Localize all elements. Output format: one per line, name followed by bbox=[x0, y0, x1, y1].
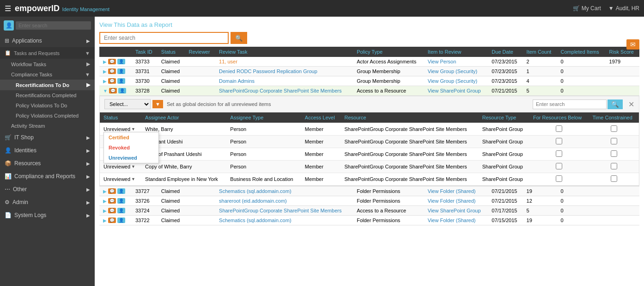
sidebar-item-workflow-tasks[interactable]: Workflow Tasks ▶ bbox=[0, 59, 95, 69]
person-icon[interactable]: 👤 bbox=[117, 198, 125, 204]
for-below-checkbox[interactable] bbox=[556, 163, 562, 169]
message-icon[interactable]: 💬 bbox=[108, 188, 116, 194]
item-review-link[interactable]: View Group (Security) bbox=[428, 78, 477, 84]
report-link[interactable]: View This Data as a Report bbox=[99, 21, 639, 28]
person-icon[interactable]: 👤 bbox=[118, 88, 126, 93]
person-icon[interactable]: 👤 bbox=[117, 218, 125, 223]
expand-icon[interactable]: ▶ bbox=[103, 208, 107, 213]
sidebar-item-compliance-reports[interactable]: 📊 Compliance and Reports ▶ bbox=[0, 170, 95, 183]
message-icon[interactable]: 💬 bbox=[108, 78, 116, 84]
message-icon[interactable]: 💬 bbox=[108, 218, 116, 223]
status-dropdown[interactable]: Unreviewed ▼ bbox=[103, 176, 138, 182]
sidebar-item-compliance-tasks[interactable]: Compliance Tasks ▼ bbox=[0, 69, 95, 80]
expand-icon[interactable]: ▶ bbox=[103, 69, 107, 74]
time-constrained-checkbox[interactable] bbox=[611, 175, 617, 182]
message-icon[interactable]: 💬 bbox=[108, 208, 116, 213]
user-menu-button[interactable]: ▼ Audit, HR bbox=[608, 5, 639, 12]
sidebar-tasks-requests[interactable]: 📋 Tasks and Requests ▼ bbox=[0, 47, 95, 59]
sidebar-item-recertifications-completed[interactable]: Recertifications Completed bbox=[0, 90, 95, 100]
option-revoked[interactable]: Revoked bbox=[104, 143, 158, 153]
sub-search-input[interactable] bbox=[533, 99, 607, 109]
sub-resource: SharePointGroup Corporate SharePoint Sit… bbox=[340, 136, 478, 148]
expand-icon[interactable]: ▶ bbox=[103, 218, 107, 223]
person-icon[interactable]: 👤 bbox=[117, 68, 125, 74]
item-review-link[interactable]: View Person bbox=[428, 59, 456, 64]
sidebar-item-system-logs[interactable]: 📄 System Logs ▶ bbox=[0, 209, 95, 222]
sidebar-item-other[interactable]: ⋯ Other ▶ bbox=[0, 183, 95, 196]
risk-score-cell bbox=[606, 67, 639, 76]
review-task-link[interactable]: SharePointGroup Corporate SharePoint Sit… bbox=[219, 88, 341, 93]
review-task-link[interactable]: Domain Admins bbox=[219, 78, 255, 84]
option-unreviewed[interactable]: Unreviewed bbox=[104, 153, 158, 163]
sidebar-item-policy-violations-completed[interactable]: Policy Violations Completed bbox=[0, 111, 95, 121]
for-below-checkbox[interactable] bbox=[556, 125, 562, 132]
sidebar-item-recertifications-to-do[interactable]: Recertifications To Do ▶ bbox=[0, 80, 95, 90]
time-constrained-checkbox[interactable] bbox=[611, 138, 617, 144]
sidebar-item-activity-stream[interactable]: Activity Stream bbox=[0, 121, 95, 131]
message-icon[interactable]: 💬 bbox=[108, 198, 116, 204]
item-count-cell: 19 bbox=[523, 216, 557, 225]
sidebar-item-resources[interactable]: 📦 Resources ▶ bbox=[0, 157, 95, 170]
close-subpanel-button[interactable]: ✕ bbox=[628, 100, 634, 109]
hamburger-icon[interactable]: ☰ bbox=[5, 4, 11, 13]
item-review-link[interactable]: View SharePoint Group bbox=[428, 208, 481, 213]
table-row: ▶ 💬 👤 33722 Claimed Schematics (sql.addo… bbox=[99, 216, 639, 225]
review-task-link[interactable]: 11, user bbox=[219, 59, 237, 64]
cart-button[interactable]: 🛒 My Cart bbox=[573, 5, 601, 12]
review-task-link[interactable]: Denied RODC Password Replication Group bbox=[219, 68, 317, 74]
time-constrained-checkbox[interactable] bbox=[611, 150, 617, 157]
sub-access-level: Member bbox=[301, 136, 341, 148]
item-review-link[interactable]: View Folder (Shared) bbox=[428, 188, 476, 194]
brand-sub: Identity Management bbox=[62, 6, 109, 12]
review-task-link[interactable]: SharePointGroup Corporate SharePoint Sit… bbox=[219, 208, 341, 213]
select-arrow-button[interactable]: ▼ bbox=[152, 100, 163, 108]
expand-icon[interactable]: ▶ bbox=[103, 189, 107, 194]
col-spacer bbox=[99, 47, 132, 57]
message-icon[interactable]: 💬 bbox=[108, 68, 116, 74]
sub-search-button[interactable]: 🔍 bbox=[608, 99, 623, 109]
item-review-link[interactable]: View Folder (Shared) bbox=[428, 218, 476, 223]
reviewer-cell bbox=[185, 86, 216, 96]
admin-label: Admin bbox=[12, 199, 28, 205]
person-icon[interactable]: 👤 bbox=[117, 59, 125, 64]
expand-icon[interactable]: ▶ bbox=[103, 79, 107, 84]
review-task-link[interactable]: Schematics (sql.addomain.com) bbox=[219, 188, 292, 194]
message-icon[interactable]: 💬 bbox=[108, 59, 116, 64]
item-to-review-cell: View Group (Security) bbox=[424, 67, 488, 76]
person-icon[interactable]: 👤 bbox=[117, 188, 125, 194]
expand-icon[interactable]: ▶ bbox=[103, 59, 107, 64]
sidebar-item-policy-violations-to-do[interactable]: Policy Violations To Do bbox=[0, 100, 95, 111]
item-review-link[interactable]: View Group (Security) bbox=[428, 68, 477, 74]
expand-icon[interactable]: ▼ bbox=[103, 88, 108, 93]
review-task-link[interactable]: shareroot (eid.addomain.com) bbox=[219, 198, 287, 204]
search-input[interactable] bbox=[16, 21, 91, 30]
main-search-button[interactable]: 🔍 bbox=[231, 32, 247, 44]
for-below-checkbox[interactable] bbox=[556, 138, 562, 144]
item-review-link[interactable]: View Folder (Shared) bbox=[428, 198, 476, 204]
status-dropdown[interactable]: Unreviewed ▼ bbox=[103, 126, 138, 132]
person-icon[interactable]: 👤 bbox=[117, 78, 125, 84]
sidebar-item-it-shop[interactable]: 🛒 IT Shop ▶ bbox=[0, 131, 95, 144]
sub-panel-toolbar: Select... CertifiedRevokedUnreviewed ▼ S… bbox=[100, 96, 639, 112]
email-icon[interactable]: ✉ bbox=[626, 39, 639, 50]
workflow-label: Workflow Tasks bbox=[11, 62, 46, 67]
row-actions: ▶ 💬 👤 bbox=[99, 216, 132, 225]
item-review-link[interactable]: View SharePoint Group bbox=[428, 88, 481, 93]
sidebar-item-applications[interactable]: ⊞ Applications ▶ bbox=[0, 34, 95, 47]
main-search-input[interactable] bbox=[99, 32, 229, 44]
for-below-checkbox[interactable] bbox=[556, 175, 562, 182]
table-row: ▶ 💬 👤 33730 Claimed Domain Admins Group … bbox=[99, 76, 639, 86]
sidebar-item-admin[interactable]: ⚙ Admin ▶ bbox=[0, 196, 95, 209]
sub-time-constrained bbox=[589, 136, 639, 148]
option-certified[interactable]: Certified bbox=[104, 132, 158, 143]
for-below-checkbox[interactable] bbox=[556, 150, 562, 157]
time-constrained-checkbox[interactable] bbox=[611, 163, 617, 169]
sidebar-item-identities[interactable]: 👤 Identities ▶ bbox=[0, 144, 95, 157]
status-dropdown[interactable]: Unreviewed ▼ bbox=[103, 164, 138, 169]
expand-icon[interactable]: ▶ bbox=[103, 199, 107, 204]
global-decision-select[interactable]: Select... CertifiedRevokedUnreviewed bbox=[104, 99, 151, 109]
review-task-link[interactable]: Schematics (sql.addomain.com) bbox=[219, 218, 292, 223]
message-icon[interactable]: 💬 bbox=[109, 88, 117, 93]
person-icon[interactable]: 👤 bbox=[117, 208, 125, 213]
time-constrained-checkbox[interactable] bbox=[611, 125, 617, 132]
